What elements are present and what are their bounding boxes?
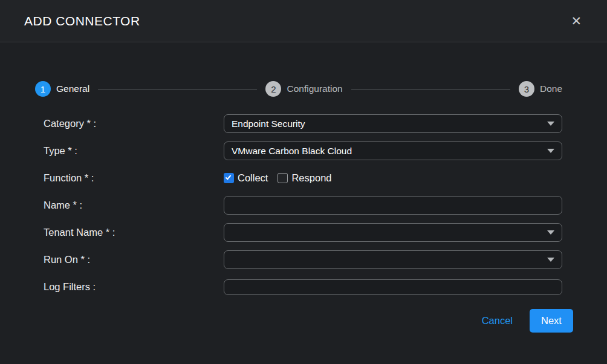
step-done[interactable]: 3 Done bbox=[519, 81, 562, 97]
add-connector-dialog: ADD CONNECTOR ✕ 1 General 2 Configuratio… bbox=[0, 0, 607, 364]
name-input[interactable] bbox=[224, 196, 562, 215]
dialog-header: ADD CONNECTOR ✕ bbox=[0, 0, 607, 42]
step-number-badge: 1 bbox=[35, 81, 51, 97]
connector-form: Category * : Endpoint Security Type * : … bbox=[44, 114, 562, 305]
step-general[interactable]: 1 General bbox=[35, 81, 89, 97]
stepper-connector bbox=[98, 89, 257, 89]
step-number-badge: 3 bbox=[519, 81, 534, 97]
function-checkbox-group: Collect Respond bbox=[224, 172, 332, 184]
checkbox-unchecked-icon bbox=[278, 173, 288, 183]
wizard-stepper: 1 General 2 Configuration 3 Done bbox=[35, 81, 562, 97]
dialog-title: ADD CONNECTOR bbox=[24, 14, 140, 28]
form-row-run-on: Run On * : bbox=[44, 250, 562, 269]
cancel-button[interactable]: Cancel bbox=[482, 315, 513, 327]
chevron-down-icon bbox=[547, 149, 554, 153]
type-label: Type * : bbox=[44, 145, 224, 157]
form-row-tenant-name: Tenant Name * : bbox=[44, 223, 562, 242]
form-row-type: Type * : VMware Carbon Black Cloud bbox=[44, 141, 562, 160]
close-icon[interactable]: ✕ bbox=[571, 15, 582, 27]
chevron-down-icon bbox=[547, 122, 554, 126]
log-filters-input[interactable] bbox=[224, 279, 562, 295]
step-number-badge: 2 bbox=[265, 81, 281, 97]
respond-checkbox[interactable]: Respond bbox=[278, 172, 331, 184]
checkbox-checked-icon bbox=[224, 173, 234, 183]
dialog-footer: Cancel Next bbox=[0, 309, 573, 333]
chevron-down-icon bbox=[547, 230, 554, 235]
form-row-category: Category * : Endpoint Security bbox=[44, 114, 562, 133]
chevron-down-icon bbox=[547, 258, 554, 262]
step-label: General bbox=[56, 83, 89, 94]
collect-checkbox-label: Collect bbox=[238, 172, 268, 184]
form-row-function: Function * : Collect Respond bbox=[44, 169, 562, 187]
stepper-connector bbox=[351, 89, 510, 89]
collect-checkbox[interactable]: Collect bbox=[224, 172, 268, 184]
form-row-name: Name * : bbox=[44, 196, 562, 215]
form-row-log-filters: Log Filters : bbox=[44, 278, 562, 296]
name-label: Name * : bbox=[44, 200, 224, 211]
category-select[interactable]: Endpoint Security bbox=[224, 114, 562, 133]
respond-checkbox-label: Respond bbox=[291, 172, 331, 184]
function-label: Function * : bbox=[44, 172, 224, 184]
step-label: Configuration bbox=[287, 83, 342, 94]
check-icon bbox=[226, 174, 232, 180]
run-on-label: Run On * : bbox=[44, 254, 224, 265]
type-select[interactable]: VMware Carbon Black Cloud bbox=[224, 141, 562, 160]
next-button[interactable]: Next bbox=[530, 309, 573, 333]
tenant-name-label: Tenant Name * : bbox=[44, 227, 224, 238]
category-selected-value: Endpoint Security bbox=[232, 119, 305, 129]
type-selected-value: VMware Carbon Black Cloud bbox=[232, 146, 352, 157]
category-label: Category * : bbox=[44, 118, 224, 129]
tenant-name-select[interactable] bbox=[224, 223, 562, 242]
step-label: Done bbox=[540, 83, 562, 94]
step-configuration[interactable]: 2 Configuration bbox=[265, 81, 342, 97]
run-on-select[interactable] bbox=[224, 250, 562, 269]
log-filters-label: Log Filters : bbox=[44, 281, 224, 293]
